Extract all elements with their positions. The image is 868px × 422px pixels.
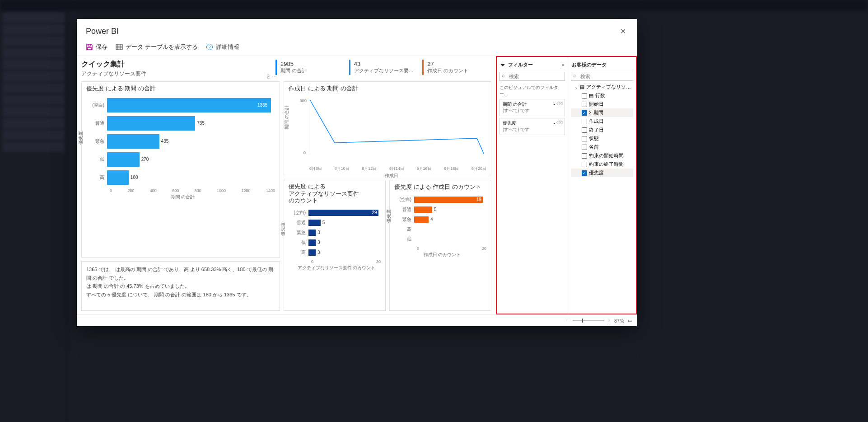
insights-card: 1365 では、 は最高の 期間 の合計 であり、高 より 658.33% 高く… (81, 261, 280, 311)
filter-card-priority[interactable]: 優先度 (すべて) です ⌄ ⌫ (499, 118, 565, 135)
filter-card-duration[interactable]: 期間 の合計 (すべて) です ⌄ ⌫ (499, 99, 565, 116)
save-icon (86, 43, 93, 51)
field-status[interactable]: 状態 (571, 134, 633, 143)
your-data-panel: お客様のデータ ⌄ ▦ アクティブなリソ… ▤行数 開始日 ✓Σ期間 作成日 終… (568, 57, 636, 314)
chevron-down-icon[interactable]: ⌄ (553, 120, 556, 125)
summary-title: クイック集計 (81, 60, 271, 69)
modal-toolbar: 保存 データ テーブルを表示する ? 詳細情報 (77, 41, 637, 56)
chart-priority-created-count[interactable]: 優先度 による 作成日 のカウント 優先度 (空白)19普通5緊急4高低020作… (389, 180, 491, 311)
field-end[interactable]: 終了日 (571, 126, 633, 134)
powerbi-modal: Power BI ✕ 保存 データ テーブルを表示する ? 詳細情報 クイック集… (77, 19, 637, 326)
more-icon[interactable]: ⋯ (272, 74, 277, 80)
zoom-plus[interactable]: + (608, 318, 611, 324)
field-created[interactable]: 作成日 (571, 117, 633, 126)
info-icon: ? (206, 43, 213, 51)
close-icon[interactable]: ✕ (618, 25, 628, 38)
kpi-created-count[interactable]: 27 作成日 のカウント (422, 60, 491, 75)
modal-title: Power BI (86, 27, 119, 36)
details-label: 詳細情報 (216, 43, 239, 51)
insight-line: は 期間 の合計 の 45.73% を占めていました。 (86, 282, 275, 291)
filters-panel: ⏷ フィルター » このビジュアルでのフィルター… 期間 の合計 (すべて) で… (497, 57, 568, 314)
chevron-down-icon[interactable]: ⌄ (553, 101, 556, 106)
copy-icon[interactable]: ⎘ (267, 74, 270, 80)
chart-priority-active-count[interactable]: 優先度 による アクティブなリソース要件 のカウント 優先度 (空白)29普通5… (284, 180, 386, 311)
details-button[interactable]: ? 詳細情報 (206, 43, 239, 51)
eraser-icon[interactable]: ⌫ (556, 101, 563, 106)
table-icon (116, 43, 123, 51)
quick-summary: クイック集計 アクティブなリソース要件 (81, 60, 271, 78)
svg-text:0: 0 (303, 150, 306, 155)
filter-search-input[interactable] (499, 72, 565, 81)
eraser-icon[interactable]: ⌫ (556, 120, 563, 125)
table-icon: ▦ (580, 84, 584, 90)
right-panels-highlight: ⏷ フィルター » このビジュアルでのフィルター… 期間 の合計 (すべて) で… (496, 56, 637, 314)
collapse-icon[interactable]: » (561, 62, 564, 67)
svg-text:?: ? (208, 45, 210, 49)
tree-root[interactable]: ⌄ ▦ アクティブなリソ… (571, 83, 633, 91)
show-data-table-label: データ テーブルを表示する (126, 43, 198, 51)
zoom-slider[interactable] (573, 320, 604, 321)
save-button[interactable]: 保存 (86, 43, 107, 51)
data-search-input[interactable] (571, 72, 633, 81)
kpi-active-count[interactable]: 43 アクティブなリソース要… (349, 60, 418, 75)
svg-text:300: 300 (299, 98, 307, 103)
insight-line: すべての 5 優先度 について、 期間 の合計 の範囲は 180 から 1365… (86, 291, 275, 299)
summary-subtitle: アクティブなリソース要件 (81, 70, 271, 78)
show-data-table-button[interactable]: データ テーブルを表示する (116, 43, 198, 51)
field-priority[interactable]: ✓優先度 (571, 169, 633, 177)
field-duration[interactable]: ✓Σ期間 (571, 108, 633, 117)
field-apptend[interactable]: 約束の終了時間 (571, 160, 633, 169)
save-label: 保存 (96, 43, 107, 51)
zoom-minus[interactable]: − (566, 318, 569, 324)
modal-footer: − + 87% ▭ (77, 314, 637, 326)
field-start[interactable]: 開始日 (571, 100, 633, 108)
insight-line: 1365 では、 は最高の 期間 の合計 であり、高 より 658.33% 高く… (86, 265, 275, 282)
zoom-value: 87% (614, 318, 624, 324)
chevron-down-icon: ⌄ (574, 85, 578, 89)
field-name[interactable]: 名前 (571, 143, 633, 151)
chart-priority-duration[interactable]: ⎘⋯ 優先度 による 期間 の合計 優先度 (空白)1365普通735緊急435… (81, 81, 280, 258)
fit-page-icon[interactable]: ▭ (628, 318, 632, 324)
filter-icon: ⏷ (500, 62, 505, 68)
chart-created-duration[interactable]: 作成日 による 期間 の合計 期間 の合計 300 0 6月8日6月10日6月1… (284, 81, 491, 176)
field-apptstart[interactable]: 約束の開始時間 (571, 151, 633, 160)
field-rows[interactable]: ▤行数 (571, 91, 633, 100)
kpi-duration-sum[interactable]: 2985 期間 の合計 (275, 60, 345, 75)
